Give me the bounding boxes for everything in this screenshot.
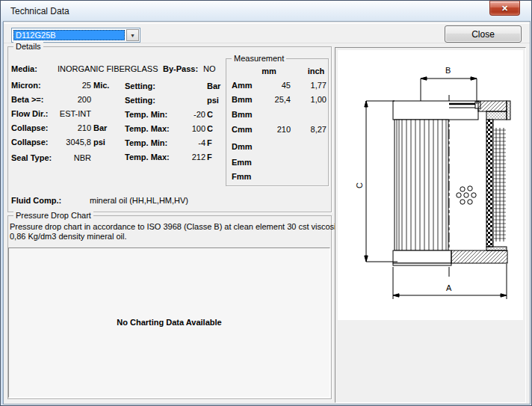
measurement-row: Fmm [226,172,330,182]
detail-unit: Bar [93,123,107,132]
detail-label: Beta >=: [11,95,43,104]
detail-label: Flow Dir.: [11,109,49,118]
detail-row: Temp. Max: 212 F [125,153,229,163]
media-value: INORGANIC FIBERGLASS [58,64,158,73]
measurement-row: Bmm [226,110,330,120]
detail-value: NBR [45,153,91,162]
col-header-inch: inch [301,67,331,76]
fluid-comp-label: Fluid Comp.: [11,196,61,205]
detail-value: 3045,8 [45,138,91,147]
detail-label: Setting: [125,96,155,105]
drain-holes [457,186,476,204]
dim-label-a: A [446,283,452,292]
measurement-row: Amm 45 1,77 [226,81,330,91]
detail-value: 25 [45,81,91,90]
detail-unit: psi [207,96,219,105]
detail-value: EST-INT [45,109,91,118]
chevron-down-icon: ▼ [130,33,135,38]
technical-data-window: Technical Data ✕ D112G25B ▼ Close Detail… [0,0,532,406]
measure-name: Dmm [232,142,253,151]
detail-value: -4 [162,138,205,147]
detail-value: 100 [162,124,205,133]
chart-description-line1: Pressure drop chart in accordance to ISO… [10,222,330,231]
detail-unit: C [207,124,213,133]
bypass-label: By-Pass: [163,64,198,73]
measurement-group: Measurement mm inch Amm 45 1,77 Bmm 25,4… [226,58,329,186]
dim-label-b: B [445,66,451,75]
measurement-legend: Measurement [232,54,286,63]
detail-unit: F [207,153,212,162]
detail-label: Temp. Min: [125,138,167,147]
pressure-drop-legend: Pressure Drop Chart [13,211,93,220]
media-label: Media: [11,64,37,73]
fluid-comp-row: Fluid Comp.: mineral oil (HH,HL,HM,HV) [11,196,325,206]
detail-value: 200 [45,95,91,104]
detail-row: Temp. Max: 100 C [125,124,229,135]
part-number-selected-value: D112G25B [13,30,125,40]
support-core [486,120,493,247]
measurement-row: Emm [226,158,330,168]
detail-row: Collapse: 210 Bar [11,123,123,134]
detail-row: Flow Dir.: EST-INT [11,109,123,120]
drawing-panel: B A C [335,47,526,403]
detail-label: Setting: [125,81,155,90]
detail-unit: F [207,138,212,147]
bypass-value: NO [203,64,216,73]
window-title: Technical Data [10,6,69,16]
bottom-cap-hatch [451,250,507,263]
window-close-button[interactable]: ✕ [489,1,520,16]
detail-row: Seal Type: NBR [11,153,123,164]
detail-row: Beta >=: 200 [11,95,123,105]
measurement-row: Cmm 210 8,27 [226,125,330,135]
filter-element-technical-drawing: B A C [338,50,523,320]
measure-inch: 8,27 [283,125,327,134]
filter-cross-section [365,77,510,299]
measure-inch: 1,00 [283,95,327,104]
measure-name: Bmm [232,110,253,119]
measurement-row: Bmm 25,4 1,00 [226,95,330,105]
pleated-media [395,120,448,250]
detail-row: Temp. Min: -20 C [125,110,229,120]
measure-name: Emm [232,158,252,167]
detail-row: Setting: Bar [125,81,229,92]
detail-label: Micron: [11,81,41,90]
detail-unit: C [207,110,213,119]
part-number-select[interactable]: D112G25B ▼ [11,28,140,43]
close-button[interactable]: Close [445,25,522,43]
no-data-message: No Charting Data Available [9,318,330,327]
detail-label: Collapse: [11,138,49,147]
measure-name: Fmm [232,172,251,181]
detail-unit: psi [93,138,105,147]
detail-value: 210 [45,123,91,132]
close-icon: ✕ [501,4,508,13]
dim-label-c: C [355,182,364,188]
detail-label: Temp. Min: [125,110,167,119]
titlebar[interactable]: Technical Data ✕ [1,1,531,22]
top-cap-hatch [478,101,507,111]
measure-inch: 1,77 [283,81,327,90]
detail-value: -20 [162,110,205,119]
chart-area: No Charting Data Available [8,247,330,398]
dialog-body: D112G25B ▼ Close Details Media: INORGANI… [4,22,530,404]
detail-unit: Bar [207,81,220,90]
chart-description-line2: 0,86 Kg/dm3 density mineral oil. [10,232,330,241]
drawing-canvas: B A C [338,50,523,320]
col-header-mm: mm [247,67,291,76]
measurement-row: Dmm [226,142,330,153]
detail-row: Micron: 25 Mic. [11,81,123,91]
dimension-c [365,101,398,262]
measurement-header-row: mm inch [226,67,330,77]
detail-row: Setting: psi [125,96,229,106]
detail-label: Collapse: [11,123,49,132]
detail-unit: Mic. [93,81,109,90]
fluid-comp-value: mineral oil (HH,HL,HM,HV) [90,196,188,205]
combo-dropdown-button[interactable]: ▼ [126,29,139,41]
detail-row: Temp. Min: -4 F [125,138,229,149]
bottom-end-cap [393,250,451,263]
detail-value: 212 [162,153,205,162]
dimension-a [393,264,507,299]
details-legend: Details [13,42,43,51]
detail-row: Collapse: 3045,8 psi [11,138,123,148]
